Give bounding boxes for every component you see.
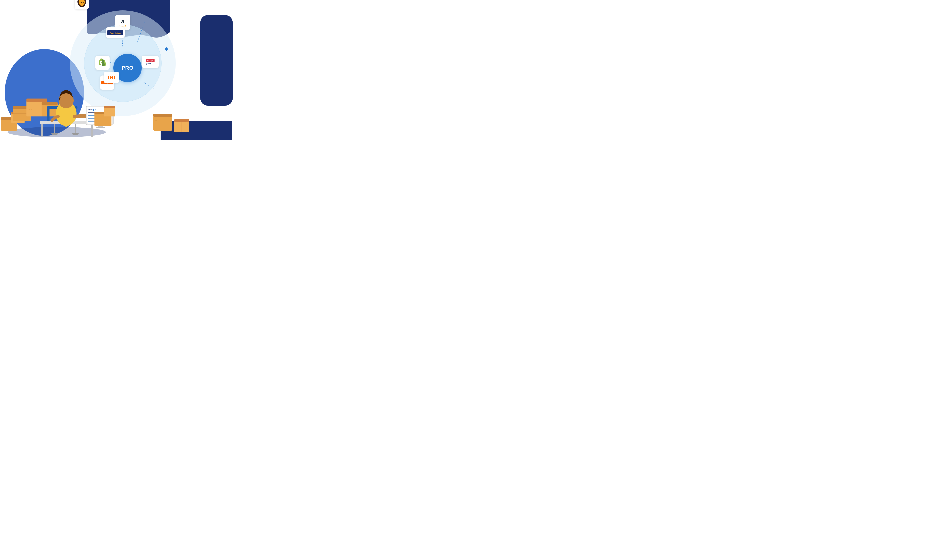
svg-rect-33: [91, 124, 93, 137]
svg-rect-25: [54, 123, 56, 134]
dpd-group-label: group: [146, 63, 151, 65]
boxes-right: ⊕: [151, 102, 199, 140]
svg-text:⊕: ⊕: [155, 120, 157, 122]
shopify-logo-card: [96, 56, 110, 70]
tnt-text: TNT: [107, 75, 116, 80]
svg-text:PRO: PRO: [88, 109, 92, 111]
ups-text: UPS: [80, 2, 84, 4]
dpd-icon: DPD dpd group: [146, 59, 154, 65]
svg-rect-61: [104, 106, 115, 108]
svg-rect-39: [96, 127, 105, 128]
amazon-a-letter: a: [121, 18, 125, 25]
svg-rect-32: [41, 124, 43, 137]
ups-logo-card: UPS: [75, 0, 89, 9]
dpd-label: dpd: [150, 60, 153, 62]
amazon-arrow-icon: [119, 25, 127, 27]
svg-point-28: [72, 133, 79, 135]
tnt-logo-card: TNT: [104, 72, 119, 83]
svg-rect-23: [42, 102, 58, 105]
poste-italiane-logo-card: Poste Italiane: [106, 28, 125, 38]
svg-rect-42: [95, 109, 96, 111]
ups-shield-icon: UPS: [77, 0, 86, 7]
svg-rect-0: [200, 15, 233, 106]
amazon-icon: a: [119, 18, 127, 27]
dpd-logo-card: DPD dpd group: [142, 56, 159, 68]
svg-text:DPD: DPD: [147, 60, 149, 62]
svg-rect-68: [153, 114, 172, 117]
dpd-icon-small: DPD: [147, 59, 149, 62]
svg-rect-29: [47, 108, 49, 123]
svg-text:⊕ ⊕: ⊕ ⊕: [29, 109, 32, 110]
shopify-icon: [99, 58, 107, 67]
svg-rect-73: [174, 119, 189, 122]
poste-icon: Poste Italiane: [107, 30, 124, 35]
svg-rect-41: [93, 109, 94, 111]
svg-rect-26: [75, 123, 76, 134]
svg-point-27: [51, 133, 58, 135]
main-scene: PRO AliExpress a ebay Etsy: [0, 0, 233, 140]
pro-hub-label: PRO: [122, 65, 134, 71]
poste-text: Poste Italiane: [110, 32, 121, 34]
svg-rect-19: [26, 98, 47, 102]
